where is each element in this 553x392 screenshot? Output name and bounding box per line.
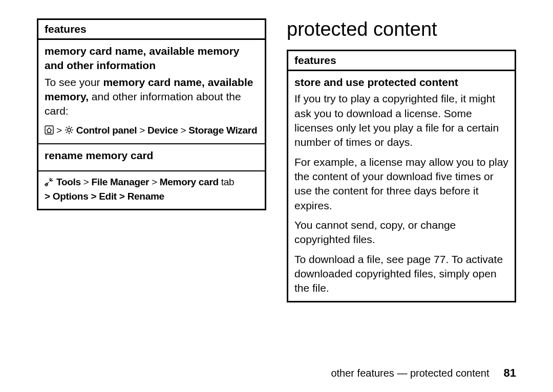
separator: > — [139, 125, 147, 136]
home-icon — [45, 125, 54, 139]
path-segment: Memory card — [160, 177, 219, 187]
page-footer: other features — protected content 81 — [331, 366, 516, 380]
paragraph: If you try to play a copyrighted file, i… — [294, 92, 508, 149]
row-title: memory card name, available memory and o… — [45, 44, 259, 73]
gear-icon — [65, 125, 74, 139]
row-body: To see your memory card name, available … — [45, 75, 259, 119]
separator: > — [152, 177, 160, 187]
path-segment: Storage Wizard — [188, 125, 257, 136]
text: To see your — [45, 76, 103, 88]
svg-point-1 — [68, 128, 71, 132]
path-segment: Device — [147, 125, 178, 136]
paragraph: For example, a license may allow you to … — [294, 155, 508, 213]
paragraph: You cannot send, copy, or change copyrig… — [294, 218, 508, 247]
features-table-left: features memory card name, available mem… — [37, 18, 266, 210]
left-column: features memory card name, available mem… — [37, 18, 266, 392]
manual-page: features memory card name, available mem… — [0, 0, 553, 392]
nav-path: > Control panel > Device > Storage Wizar… — [45, 124, 259, 139]
row-rename-memory-card: rename memory card — [38, 144, 265, 171]
separator: > — [181, 125, 189, 136]
svg-line-8 — [66, 132, 67, 133]
row-title: rename memory card — [45, 148, 259, 163]
svg-line-9 — [71, 127, 72, 128]
separator: > — [83, 177, 92, 187]
separator: > — [56, 125, 65, 136]
row-title: store and use protected content — [294, 75, 508, 90]
svg-line-6 — [66, 127, 67, 128]
footer-text: other features — protected content — [331, 367, 489, 379]
path-segment: Tools — [56, 177, 81, 187]
paragraph: To download a file, see page 77. To acti… — [294, 252, 508, 296]
features-header: features — [38, 20, 265, 40]
features-header: features — [288, 51, 515, 71]
path-segment: Control panel — [76, 125, 137, 136]
tools-icon — [45, 177, 54, 190]
path-segment: > Options > Edit > Rename — [45, 191, 164, 202]
nav-path: Tools > File Manager > Memory card tab >… — [45, 176, 259, 204]
page-number: 81 — [504, 366, 516, 380]
svg-line-7 — [71, 132, 72, 133]
row-protected-content: store and use protected content If you t… — [288, 71, 515, 301]
path-segment: File Manager — [92, 177, 150, 187]
features-table-right: features store and use protected content… — [287, 50, 516, 302]
section-heading: protected content — [287, 18, 516, 40]
right-column: protected content features store and use… — [287, 18, 516, 392]
row-rename-path: Tools > File Manager > Memory card tab >… — [38, 171, 265, 209]
text: tab — [221, 177, 235, 187]
row-memory-card-info: memory card name, available memory and o… — [38, 40, 265, 144]
